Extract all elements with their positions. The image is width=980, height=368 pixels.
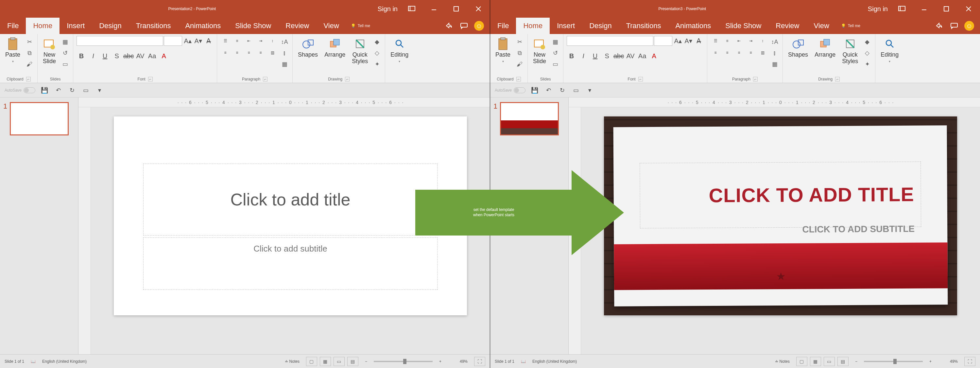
quick-styles-button[interactable]: Quick Styles [840,36,860,66]
minimize-button[interactable] [916,0,932,18]
align-text-icon[interactable]: ⫿ [770,48,779,57]
normal-view-icon[interactable]: ▢ [796,357,807,366]
paragraph-launcher[interactable]: ⌐ [263,77,267,81]
redo-icon[interactable]: ↻ [557,86,567,95]
subtitle-placeholder[interactable]: Click to add subtitle [143,237,438,290]
zoom-out-button[interactable]: − [365,359,367,364]
clipboard-launcher[interactable]: ⌐ [516,77,521,81]
align-right-icon[interactable]: ≡ [734,48,744,57]
font-launcher[interactable]: ⌐ [148,77,153,81]
tab-slideshow[interactable]: Slide Show [228,18,278,34]
feedback-smiley-icon[interactable]: ☺ [474,21,484,31]
bullets-icon[interactable]: ☰ [220,36,230,46]
arrange-button[interactable]: Arrange [813,36,837,59]
new-slide-button[interactable]: New Slide [41,36,58,66]
language-indicator[interactable]: English (United Kingdom) [532,359,577,364]
format-painter-icon[interactable]: 🖌 [25,59,34,69]
tab-home[interactable]: Home [26,18,59,34]
font-size-combo[interactable] [164,36,182,46]
format-painter-icon[interactable]: 🖌 [515,59,524,69]
display-options-icon[interactable] [404,0,420,18]
display-options-icon[interactable] [894,0,910,18]
spellcheck-icon[interactable]: 📖 [521,359,526,364]
undo-icon[interactable]: ↶ [54,86,63,95]
slideshow-view-icon[interactable]: ▤ [837,357,848,366]
spellcheck-icon[interactable]: 📖 [31,359,36,364]
shape-effects-icon[interactable]: ✦ [862,59,872,69]
paste-button[interactable]: Paste▾ [493,36,512,64]
tab-view[interactable]: View [317,18,346,34]
slideshow-view-icon[interactable]: ▤ [347,357,358,366]
char-spacing-icon[interactable]: AV [625,51,635,61]
share-icon[interactable] [444,21,454,31]
redo-icon[interactable]: ↻ [67,86,76,95]
start-from-beginning-icon[interactable]: ▭ [81,86,90,95]
reading-view-icon[interactable]: ▭ [824,357,835,366]
tab-insert[interactable]: Insert [59,18,92,34]
tab-review[interactable]: Review [278,18,316,34]
decrease-font-icon[interactable]: A▾ [193,36,203,46]
title-placeholder[interactable]: Click to add title [143,164,438,236]
font-launcher[interactable]: ⌐ [638,77,643,81]
italic-button[interactable]: I [579,51,588,61]
increase-indent-icon[interactable]: ⇥ [746,36,756,46]
comments-icon[interactable] [459,21,469,31]
signin-link[interactable]: Sign in [868,5,888,13]
close-button[interactable] [470,0,487,18]
shadow-button[interactable]: S [112,51,122,61]
zoom-out-button[interactable]: − [855,359,858,364]
shape-effects-icon[interactable]: ✦ [372,59,382,69]
bold-button[interactable]: B [567,51,576,61]
quick-styles-button[interactable]: Quick Styles [350,36,370,66]
maximize-button[interactable] [448,0,465,18]
shapes-button[interactable]: Shapes [786,36,810,59]
font-color-icon[interactable]: A [159,51,169,61]
change-case-icon[interactable]: Aa [637,51,647,61]
arrange-button[interactable]: Arrange [322,36,347,59]
fit-to-window-icon[interactable]: ⛶ [964,357,975,366]
vertical-ruler[interactable] [569,107,581,354]
decrease-indent-icon[interactable]: ⇤ [244,36,254,46]
tab-transitions[interactable]: Transitions [129,18,178,34]
slide-thumbnail-1[interactable] [500,102,559,135]
tab-animations[interactable]: Animations [178,18,228,34]
tab-insert[interactable]: Insert [550,18,582,34]
sorter-view-icon[interactable]: ▦ [810,357,821,366]
slide-stage[interactable]: Click to add title Click to add subtitle [91,107,490,354]
justify-icon[interactable]: ≡ [746,48,756,57]
align-left-icon[interactable]: ≡ [711,48,721,57]
language-indicator[interactable]: English (United Kingdom) [42,359,87,364]
maximize-button[interactable] [938,0,955,18]
columns-icon[interactable]: ▥ [267,48,277,57]
share-icon[interactable] [934,21,944,31]
signin-link[interactable]: Sign in [378,5,398,13]
zoom-in-button[interactable]: + [439,359,441,364]
shape-outline-icon[interactable]: ◇ [862,48,872,57]
vertical-ruler[interactable] [78,107,91,354]
font-color-icon[interactable]: A [649,51,659,61]
clear-formatting-icon[interactable]: A̶ [204,36,213,46]
title-placeholder[interactable]: CLICK TO ADD TITLE [640,162,921,229]
zoom-slider[interactable] [864,361,923,362]
paragraph-launcher[interactable]: ⌐ [753,77,758,81]
smartart-icon[interactable]: ▦ [280,59,289,69]
copy-icon[interactable]: ⧉ [515,48,524,57]
numbering-icon[interactable]: ≡ [232,36,242,46]
comments-icon[interactable] [949,21,959,31]
shape-fill-icon[interactable]: ◆ [862,37,872,46]
autosave-toggle[interactable]: AutoSave [495,88,525,93]
editing-button[interactable]: Editing▾ [388,36,410,64]
increase-font-icon[interactable]: A▴ [673,36,683,46]
italic-button[interactable]: I [88,51,98,61]
smartart-icon[interactable]: ▦ [770,59,779,69]
drawing-launcher[interactable]: ⌐ [835,77,840,81]
normal-view-icon[interactable]: ▢ [306,357,317,366]
save-icon[interactable]: 💾 [40,86,49,95]
columns-icon[interactable]: ▥ [758,48,767,57]
new-slide-button[interactable]: New Slide [531,36,548,66]
tab-design[interactable]: Design [92,18,129,34]
increase-font-icon[interactable]: A▴ [183,36,192,46]
subtitle-placeholder[interactable]: CLICK TO ADD SUBTITLE [802,224,915,235]
feedback-smiley-icon[interactable]: ☺ [964,21,974,31]
slide-thumbnail-1[interactable] [10,102,69,135]
